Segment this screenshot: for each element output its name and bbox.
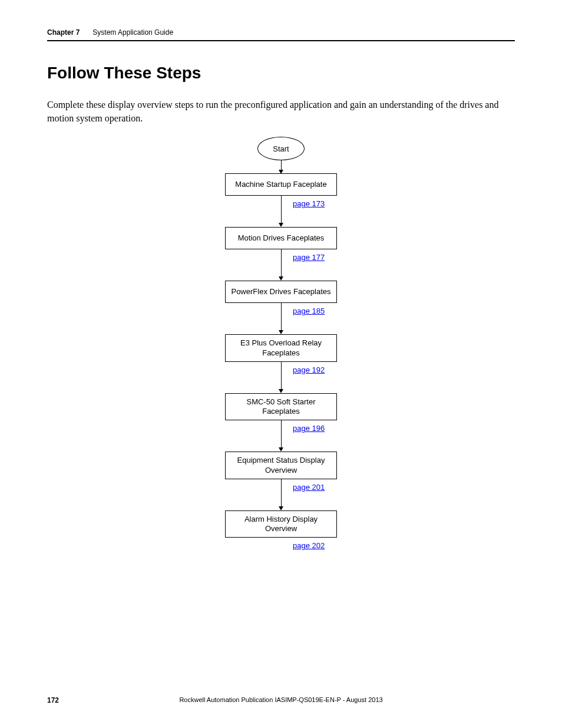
- flow-connector-segment: [281, 196, 282, 212]
- flow-start-label: Start: [273, 144, 289, 153]
- arrow-down-icon: [279, 506, 283, 510]
- flow-connector-segment: [281, 479, 282, 496]
- flow-connector-segment: [281, 378, 282, 389]
- flow-step-box: Motion Drives Faceplates: [225, 227, 337, 249]
- flow-step-label: PowerFlex Drives Faceplates: [231, 287, 330, 297]
- flow-step-pagelink-row: page 173: [216, 196, 346, 212]
- flow-step-label: SMC-50 Soft Starter Faceplates: [229, 397, 333, 417]
- flow-step-box: Equipment Status Display Overview: [225, 452, 337, 479]
- flow-connector-segment: [281, 437, 282, 447]
- running-header: Chapter 7 System Application Guide: [47, 28, 515, 41]
- page-number: 172: [47, 696, 59, 704]
- arrow-down-icon: [279, 447, 283, 452]
- flow-step-box: E3 Plus Overload Relay Faceplates: [225, 334, 337, 362]
- flow-step-pagelink-row: page 201: [216, 479, 346, 496]
- page-link[interactable]: page 192: [293, 365, 325, 374]
- section-label: System Application Guide: [92, 28, 173, 37]
- flow-step-pagelink-row: page 177: [216, 249, 346, 266]
- flow-connector-segment: [281, 496, 282, 506]
- publication-info: Rockwell Automation Publication IASIMP-Q…: [179, 696, 382, 703]
- page-link[interactable]: page 202: [293, 541, 325, 550]
- flow-step-pagelink-row: page 185: [216, 303, 346, 319]
- flow-step-label: Machine Startup Faceplate: [235, 180, 326, 189]
- page-link[interactable]: page 196: [293, 424, 325, 433]
- arrow-down-icon: [279, 389, 283, 393]
- flow-step-label: E3 Plus Overload Relay Faceplates: [229, 338, 333, 358]
- flow-step-pagelink-row: page 202: [216, 538, 346, 554]
- flow-step-label: Equipment Status Display Overview: [229, 456, 333, 475]
- flow-connector: [281, 160, 282, 173]
- flow-connector-segment: [281, 266, 282, 276]
- flow-step-label: Alarm History Display Overview: [229, 515, 333, 534]
- flow-step-box: Alarm History Display Overview: [225, 510, 337, 538]
- flow-connector-segment: [281, 362, 282, 378]
- page-link[interactable]: page 173: [293, 199, 325, 208]
- flow-connector-segment: [281, 249, 282, 266]
- flow-connector-segment: [281, 212, 282, 223]
- intro-paragraph: Complete these display overview steps to…: [47, 98, 515, 125]
- flow-step-box: Machine Startup Faceplate: [225, 173, 337, 196]
- flow-start-node: Start: [257, 137, 305, 160]
- chapter-label: Chapter 7: [47, 28, 80, 37]
- page-title: Follow These Steps: [47, 64, 515, 83]
- arrow-down-icon: [279, 330, 283, 334]
- flow-connector-segment: [281, 319, 282, 330]
- arrow-down-icon: [279, 276, 283, 281]
- flow-step-box: PowerFlex Drives Faceplates: [225, 281, 337, 303]
- page-footer: 172 Rockwell Automation Publication IASI…: [47, 696, 515, 704]
- flow-step-pagelink-row: page 196: [216, 420, 346, 437]
- flowchart: Start Machine Startup Faceplate page 173…: [47, 137, 515, 632]
- page-link[interactable]: page 177: [293, 253, 325, 262]
- flow-connector-segment: [281, 303, 282, 319]
- flow-connector-segment: [281, 420, 282, 437]
- flow-step-box: SMC-50 Soft Starter Faceplates: [225, 393, 337, 421]
- flow-step-label: Motion Drives Faceplates: [238, 233, 325, 243]
- flow-step-pagelink-row: page 192: [216, 362, 346, 378]
- page-link[interactable]: page 185: [293, 307, 325, 315]
- arrow-down-icon: [279, 223, 283, 227]
- page-link[interactable]: page 201: [293, 483, 325, 492]
